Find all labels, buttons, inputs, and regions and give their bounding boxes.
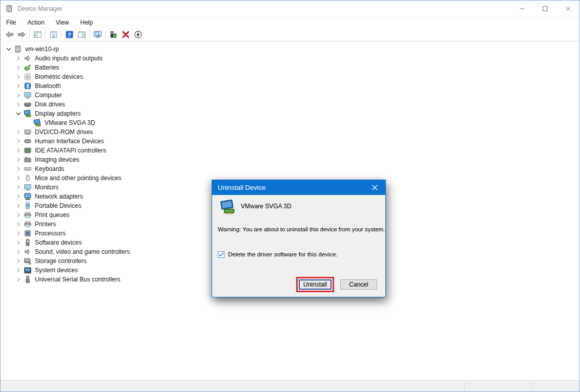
- tree-item-batteries[interactable]: Batteries: [1, 63, 579, 72]
- storage-icon: [24, 257, 32, 265]
- help-button[interactable]: ?: [63, 28, 75, 40]
- tree-item-vm-win10-rp[interactable]: vm-win10-rp: [1, 45, 579, 54]
- tree-item-label: vm-win10-rp: [25, 45, 59, 54]
- chevron-right-icon[interactable]: [14, 100, 23, 108]
- imaging-icon: [24, 156, 32, 164]
- close-icon: [372, 185, 378, 190]
- menu-action[interactable]: Action: [22, 17, 50, 28]
- uninstall-button[interactable]: Uninstall: [299, 279, 332, 290]
- back-button[interactable]: [3, 28, 15, 40]
- tree-item-label: IDE ATA/ATAPI controllers: [35, 146, 106, 155]
- device-name: VMware SVGA 3D: [241, 203, 292, 210]
- tree-item-bluetooth[interactable]: Bluetooth: [1, 81, 579, 91]
- menu-view[interactable]: View: [50, 17, 75, 28]
- maximize-button[interactable]: [533, 1, 556, 16]
- disable-icon: [134, 30, 142, 39]
- tree-item-keyboards[interactable]: Keyboards: [1, 164, 579, 173]
- chevron-right-icon[interactable]: [14, 211, 23, 219]
- action-pane-icon: [77, 30, 86, 39]
- tree-item-computer[interactable]: Computer: [1, 91, 579, 100]
- tree-item-disk-drives[interactable]: Disk drives: [1, 100, 579, 109]
- chevron-right-icon[interactable]: [14, 192, 23, 201]
- dialog-close-button[interactable]: [364, 180, 385, 195]
- tree-item-label: Storage controllers: [35, 256, 87, 266]
- chevron-right-icon[interactable]: [14, 165, 23, 173]
- chevron-right-icon[interactable]: [14, 54, 23, 62]
- display-adapter-icon: [220, 199, 236, 215]
- tree-item-human-interface-devices[interactable]: Human Interface Devices: [1, 137, 579, 146]
- toolbar-separator: [105, 30, 106, 39]
- maximize-icon: [543, 6, 548, 11]
- tree-item-biometric-devices[interactable]: Biometric devices: [1, 72, 579, 81]
- delete-driver-checkbox[interactable]: [218, 251, 224, 258]
- network-icon: [24, 192, 32, 201]
- dialog-body: VMware SVGA 3D Warning: You are about to…: [212, 195, 385, 297]
- chevron-right-icon[interactable]: [14, 238, 23, 247]
- menubar: FileActionViewHelp: [1, 16, 579, 28]
- uninstall-device-button[interactable]: [119, 28, 132, 40]
- display-adapter-icon: [24, 110, 32, 118]
- disable-device-button[interactable]: [132, 28, 144, 40]
- chevron-right-icon[interactable]: [14, 202, 23, 210]
- chevron-right-icon[interactable]: [14, 220, 23, 228]
- chevron-right-icon[interactable]: [14, 266, 23, 274]
- chevron-right-icon[interactable]: [14, 275, 23, 284]
- chevron-right-icon[interactable]: [14, 156, 23, 164]
- close-button[interactable]: [556, 1, 579, 16]
- processor-icon: [24, 229, 32, 237]
- tree-item-display-adapters[interactable]: Display adapters: [1, 109, 579, 118]
- chevron-down-icon[interactable]: [5, 45, 13, 53]
- properties-icon: [49, 30, 58, 39]
- computer-icon: [14, 45, 22, 53]
- tree-item-label: Monitors: [35, 183, 58, 192]
- delete-driver-checkbox-label: Delete the driver software for this devi…: [228, 251, 338, 258]
- display-adapter-icon: [33, 119, 42, 127]
- battery-icon: [24, 63, 32, 72]
- tree-item-label: Human Interface Devices: [35, 137, 104, 146]
- chevron-right-icon[interactable]: [14, 128, 23, 136]
- toolbar-separator: [29, 30, 30, 39]
- chevron-down-icon[interactable]: [14, 110, 23, 118]
- chevron-right-icon[interactable]: [14, 137, 23, 145]
- chevron-right-icon[interactable]: [14, 73, 23, 81]
- chevron-right-icon[interactable]: [14, 248, 23, 256]
- chevron-right-icon[interactable]: [14, 63, 23, 72]
- update-driver-button[interactable]: [107, 28, 119, 40]
- action-pane-button[interactable]: [75, 28, 88, 40]
- statusbar-separator: [532, 382, 533, 391]
- printer-icon: [24, 220, 32, 228]
- tree-item-audio-inputs-and-outputs[interactable]: Audio inputs and outputs: [1, 54, 579, 63]
- chevron-right-icon[interactable]: [14, 229, 23, 237]
- forward-button[interactable]: [15, 28, 28, 40]
- chevron-right-icon[interactable]: [14, 183, 23, 191]
- cancel-button[interactable]: Cancel: [340, 279, 377, 290]
- keyboard-icon: [24, 165, 32, 173]
- tree-item-ide-ata-atapi-controllers[interactable]: IDE ATA/ATAPI controllers: [1, 146, 579, 155]
- device-manager-app-icon: [5, 5, 13, 13]
- chevron-spacer: [24, 119, 32, 127]
- tree-item-label: Mice and other pointing devices: [35, 173, 121, 183]
- tree-item-vmware-svga-3d[interactable]: VMware SVGA 3D: [1, 118, 579, 127]
- chevron-right-icon[interactable]: [14, 82, 23, 90]
- chevron-right-icon[interactable]: [14, 257, 23, 265]
- minimize-button[interactable]: [510, 1, 533, 16]
- show-console-tree-button[interactable]: [31, 28, 44, 40]
- chevron-right-icon[interactable]: [14, 91, 23, 99]
- software-device-icon: [24, 238, 32, 247]
- tree-item-imaging-devices[interactable]: Imaging devices: [1, 155, 579, 164]
- scan-icon: [93, 30, 102, 39]
- menu-file[interactable]: File: [1, 17, 22, 28]
- chevron-right-icon[interactable]: [14, 174, 23, 182]
- uninstall-x-icon: [121, 30, 130, 39]
- properties-button[interactable]: [47, 28, 59, 40]
- tree-item-label: Disk drives: [35, 100, 65, 109]
- statusbar: [1, 380, 579, 391]
- scan-hardware-changes-button[interactable]: [91, 28, 103, 40]
- tree-item-dvd-cd-rom-drives[interactable]: DVD/CD-ROM drives: [1, 127, 579, 137]
- tree-item-label: Sound, video and game controllers: [35, 247, 130, 256]
- chevron-right-icon[interactable]: [14, 146, 23, 155]
- cdrom-icon: [24, 128, 32, 136]
- toolbar-separator: [61, 30, 61, 39]
- menu-help[interactable]: Help: [75, 17, 99, 28]
- tree-item-label: Keyboards: [35, 164, 64, 173]
